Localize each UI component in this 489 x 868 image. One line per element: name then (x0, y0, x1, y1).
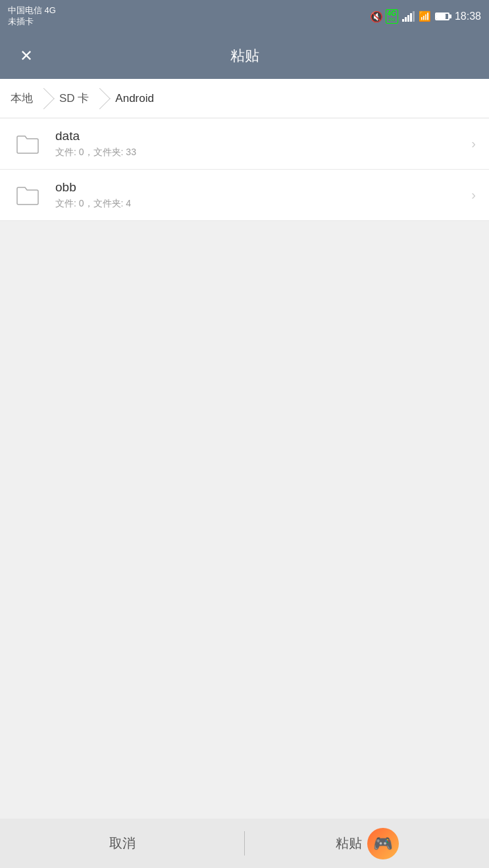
folder-icon (13, 130, 42, 158)
carrier-info: 中国电信 4G 未插卡 (8, 5, 56, 28)
file-name-data: data (55, 129, 471, 143)
cancel-button[interactable]: 取消 (0, 819, 244, 868)
file-name-obb: obb (55, 180, 471, 195)
signal-icon (402, 11, 415, 22)
sim-status: 未插卡 (8, 16, 56, 28)
game-icon: 🎮 (367, 828, 399, 859)
file-info-obb: obb 文件: 0，文件夹: 4 (55, 180, 471, 210)
breadcrumb-item-local[interactable]: 本地 (0, 79, 43, 118)
file-list: data 文件: 0，文件夹: 33 › obb 文件: 0，文件夹: 4 › (0, 118, 489, 221)
file-info-data: data 文件: 0，文件夹: 33 (55, 129, 471, 158)
paste-label: 粘贴 (336, 834, 362, 852)
main-content: 本地 SD 卡 Android data 文件: 0，文件夹: 33 › (0, 79, 489, 819)
battery-icon (435, 12, 450, 20)
chevron-right-icon: › (471, 136, 476, 151)
folder-icon-obb (13, 181, 42, 210)
file-meta-data: 文件: 0，文件夹: 33 (55, 147, 471, 158)
file-item-obb[interactable]: obb 文件: 0，文件夹: 4 › (0, 170, 489, 221)
bottom-bar: 取消 粘贴 🎮 (0, 819, 489, 868)
app-bar: ✕ 粘贴 (0, 33, 489, 79)
breadcrumb-bar: 本地 SD 卡 Android (0, 79, 489, 118)
carrier-name: 中国电信 4G (8, 5, 56, 16)
file-meta-obb: 文件: 0，文件夹: 4 (55, 198, 471, 210)
paste-section[interactable]: 粘贴 🎮 (245, 819, 489, 868)
clock: 18:38 (455, 11, 481, 22)
sim-card-icon: 📶 (419, 11, 431, 22)
close-button[interactable]: ✕ (13, 43, 39, 69)
app-bar-title: 粘贴 (230, 46, 259, 66)
status-bar: 中国电信 4G 未插卡 🔇 4G 2G 📶 18:38 (0, 0, 489, 33)
status-right: 🔇 4G 2G 📶 18:38 (370, 9, 481, 24)
empty-area (0, 221, 489, 819)
chevron-right-icon-obb: › (471, 187, 476, 203)
mute-icon: 🔇 (370, 11, 383, 23)
file-item-data[interactable]: data 文件: 0，文件夹: 33 › (0, 118, 489, 170)
network-badge: 4G 2G (386, 9, 398, 24)
